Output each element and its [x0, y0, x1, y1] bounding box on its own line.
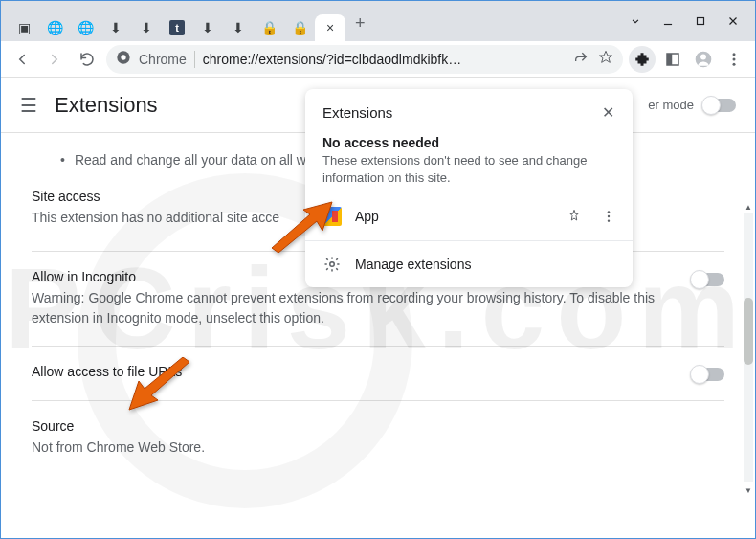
- omnibox[interactable]: Chrome chrome://extensions/?id=clbdaodlm…: [106, 45, 623, 74]
- svg-point-9: [733, 62, 736, 65]
- annotation-arrow: [267, 200, 334, 257]
- popup-title: Extensions: [322, 104, 596, 121]
- share-icon[interactable]: [573, 50, 589, 68]
- page-title: Extensions: [55, 93, 158, 118]
- extension-item-app[interactable]: App: [305, 196, 633, 236]
- file-urls-toggle[interactable]: [692, 368, 724, 381]
- tab[interactable]: ⬇: [223, 14, 254, 41]
- annotation-arrow: [127, 357, 194, 418]
- toolbar-right: [629, 46, 747, 73]
- divider: [32, 346, 724, 347]
- menu-button[interactable]: [721, 46, 747, 73]
- chevron-down-icon[interactable]: [619, 8, 652, 34]
- manage-extensions-button[interactable]: Manage extensions: [305, 245, 633, 283]
- url-text: chrome://extensions/?id=clbdaodlmdkibfk…: [203, 52, 566, 67]
- new-tab-button[interactable]: +: [345, 6, 375, 41]
- svg-rect-0: [698, 18, 704, 25]
- forward-button[interactable]: [41, 46, 68, 73]
- chrome-icon: [116, 50, 131, 68]
- section-sub: Warning: Google Chrome cannot prevent ex…: [32, 288, 692, 328]
- intercom-icon: ▣: [16, 20, 32, 35]
- section-title: Source: [32, 418, 724, 434]
- browser-toolbar: Chrome chrome://extensions/?id=clbdaodlm…: [1, 41, 755, 78]
- incognito-toggle[interactable]: [692, 273, 724, 286]
- minimize-button[interactable]: [652, 8, 684, 34]
- tab[interactable]: t: [162, 14, 192, 41]
- close-icon[interactable]: ×: [322, 20, 338, 35]
- window-controls: [619, 1, 755, 41]
- separator: [194, 51, 195, 68]
- tab[interactable]: ⬇: [100, 14, 131, 41]
- download-icon: ⬇: [139, 20, 154, 35]
- url-scheme: Chrome: [139, 52, 187, 67]
- tab[interactable]: 🔒: [284, 14, 315, 41]
- popup-close-button[interactable]: ✕: [596, 101, 619, 124]
- titlebar: ▣ 🌐 🌐 ⬇ ⬇ t ⬇ ⬇ 🔒 🔒 × +: [1, 1, 755, 41]
- profile-button[interactable]: [690, 46, 717, 73]
- tumblr-icon: t: [169, 20, 185, 35]
- reload-button[interactable]: [74, 46, 100, 73]
- download-icon: ⬇: [108, 20, 123, 35]
- download-icon: ⬇: [231, 20, 246, 35]
- tab[interactable]: ⬇: [192, 14, 223, 41]
- developer-mode-toggle[interactable]: [703, 99, 736, 112]
- lock-icon: 🔒: [261, 20, 277, 35]
- globe-icon: 🌐: [78, 20, 93, 35]
- developer-mode-row: er mode: [648, 98, 736, 112]
- svg-rect-4: [667, 54, 672, 65]
- svg-point-12: [608, 220, 610, 222]
- tabstrip: ▣ 🌐 🌐 ⬇ ⬇ t ⬇ ⬇ 🔒 🔒 × +: [1, 1, 619, 41]
- scrollbar-thumb[interactable]: [744, 298, 753, 365]
- extensions-popup: Extensions ✕ No access needed These exte…: [305, 89, 633, 287]
- section-source: Source Not from Chrome Web Store.: [32, 418, 724, 458]
- svg-point-7: [733, 53, 736, 56]
- svg-point-6: [700, 54, 706, 59]
- tab-active[interactable]: ×: [315, 14, 345, 41]
- svg-point-2: [121, 55, 125, 59]
- extensions-button[interactable]: [629, 46, 656, 73]
- extension-label: App: [355, 209, 550, 224]
- popup-section-title: No access needed: [305, 129, 633, 152]
- tab[interactable]: 🌐: [70, 14, 100, 41]
- scroll-down-arrow[interactable]: ▼: [744, 483, 753, 497]
- devmode-label: er mode: [648, 98, 694, 112]
- maximize-button[interactable]: [684, 8, 717, 34]
- popup-section-sub: These extensions don't need to see and c…: [305, 152, 633, 196]
- divider: [305, 240, 633, 241]
- globe-icon: 🌐: [47, 20, 62, 35]
- more-icon[interactable]: [598, 206, 619, 227]
- download-icon: ⬇: [200, 20, 215, 35]
- gear-icon: [322, 255, 342, 274]
- tab[interactable]: ▣: [9, 14, 39, 41]
- tab[interactable]: 🔒: [254, 14, 284, 41]
- close-button[interactable]: [717, 8, 749, 34]
- svg-point-11: [608, 215, 610, 217]
- svg-point-13: [330, 262, 335, 267]
- tab[interactable]: ⬇: [131, 14, 162, 41]
- pin-icon[interactable]: [564, 206, 585, 227]
- manage-label: Manage extensions: [355, 257, 619, 272]
- lock-icon: 🔒: [292, 20, 307, 35]
- bookmark-icon[interactable]: [598, 50, 613, 68]
- tab[interactable]: 🌐: [39, 14, 70, 41]
- svg-point-8: [733, 57, 736, 60]
- back-button[interactable]: [9, 46, 35, 73]
- scroll-up-arrow[interactable]: ▲: [744, 200, 753, 213]
- svg-point-10: [608, 212, 610, 213]
- section-sub: Not from Chrome Web Store.: [32, 438, 724, 458]
- sidepanel-button[interactable]: [659, 46, 686, 73]
- hamburger-icon[interactable]: ☰: [20, 94, 37, 117]
